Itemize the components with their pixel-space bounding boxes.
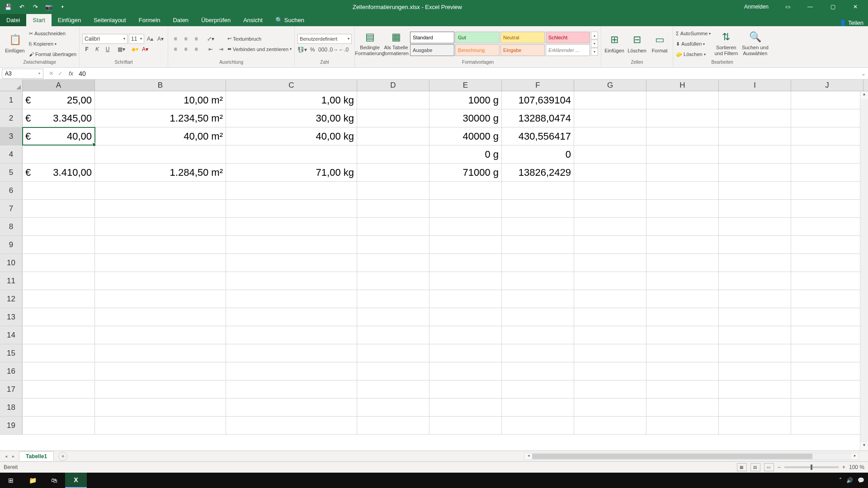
cell-C9[interactable]	[226, 236, 357, 253]
cell-C18[interactable]	[226, 399, 357, 416]
cell-I13[interactable]	[719, 308, 791, 326]
cell-H18[interactable]	[646, 399, 719, 416]
cell-A12[interactable]	[23, 290, 95, 308]
cell-J19[interactable]	[791, 417, 863, 434]
view-normal-icon[interactable]: ▦	[737, 463, 747, 471]
row-header-10[interactable]: 10	[0, 254, 23, 272]
cell-D19[interactable]	[357, 417, 429, 434]
align-left-icon[interactable]: ≡	[171, 45, 180, 54]
cell-D12[interactable]	[357, 290, 429, 308]
style-neutral[interactable]: Neutral	[500, 32, 545, 43]
tray-up-icon[interactable]: ˄	[839, 477, 842, 483]
border-button[interactable]: ▦▾	[117, 45, 126, 54]
excel-taskbar-icon[interactable]: X	[65, 473, 87, 488]
bold-button[interactable]: F	[82, 45, 91, 54]
cell-A18[interactable]	[23, 399, 95, 416]
tab-review[interactable]: Überprüfen	[195, 14, 237, 26]
cell-A16[interactable]	[23, 362, 95, 380]
explorer-icon[interactable]: 📁	[22, 473, 43, 488]
row-header-16[interactable]: 16	[0, 362, 23, 380]
align-bottom-icon[interactable]: ≡	[192, 34, 201, 43]
cell-E3[interactable]: 40000 g	[429, 127, 502, 145]
align-right-icon[interactable]: ≡	[192, 45, 201, 54]
cell-I8[interactable]	[719, 218, 791, 235]
zoom-in-icon[interactable]: +	[842, 464, 845, 470]
align-top-icon[interactable]: ≡	[171, 34, 180, 43]
close-icon[interactable]: ✕	[845, 0, 865, 13]
cell-B5[interactable]: 1.284,50 m²	[95, 164, 226, 181]
cell-D7[interactable]	[357, 200, 429, 217]
name-box[interactable]: A3▾	[2, 69, 43, 79]
cell-E9[interactable]	[429, 236, 502, 253]
cell-E12[interactable]	[429, 290, 502, 308]
cell-G17[interactable]	[574, 380, 646, 398]
sheet-tab[interactable]: Tabelle1	[19, 451, 54, 461]
style-bad[interactable]: Schlecht	[546, 32, 590, 43]
cell-H16[interactable]	[646, 362, 719, 380]
italic-button[interactable]: K	[93, 45, 102, 54]
cell-D8[interactable]	[357, 218, 429, 235]
autosum-button[interactable]: ΣAutoSumme▾	[676, 29, 711, 38]
row-header-18[interactable]: 18	[0, 399, 23, 416]
search-tab[interactable]: 🔍Suchen	[269, 14, 311, 26]
merge-button[interactable]: ⬌Verbinden und zentrieren▾	[227, 45, 292, 54]
cell-B3[interactable]: 40,00 m²	[95, 127, 226, 145]
cell-C2[interactable]: 30,00 kg	[226, 109, 357, 127]
cell-A17[interactable]	[23, 380, 95, 398]
row-header-7[interactable]: 7	[0, 200, 23, 217]
cell-I7[interactable]	[719, 200, 791, 217]
cell-D14[interactable]	[357, 326, 429, 344]
cell-F14[interactable]	[502, 326, 574, 344]
cell-A6[interactable]	[23, 182, 95, 199]
cell-J13[interactable]	[791, 308, 863, 326]
scroll-left-icon[interactable]: ◂	[525, 453, 532, 460]
cell-E16[interactable]	[429, 362, 502, 380]
hscroll-thumb[interactable]	[532, 454, 812, 459]
cell-C5[interactable]: 71,00 kg	[226, 164, 357, 181]
minimize-icon[interactable]: —	[800, 0, 820, 13]
cell-F18[interactable]	[502, 399, 574, 416]
cell-D1[interactable]	[357, 91, 429, 109]
cell-B2[interactable]: 1.234,50 m²	[95, 109, 226, 127]
cell-I15[interactable]	[719, 344, 791, 362]
cell-I17[interactable]	[719, 380, 791, 398]
cell-H3[interactable]	[646, 127, 719, 145]
orientation-icon[interactable]: ⤢▾	[206, 34, 215, 43]
cell-C10[interactable]	[226, 254, 357, 272]
cell-B16[interactable]	[95, 362, 226, 380]
cell-D16[interactable]	[357, 362, 429, 380]
cell-E17[interactable]	[429, 380, 502, 398]
cell-F4[interactable]: 0	[502, 145, 574, 163]
cell-I2[interactable]	[719, 109, 791, 127]
cell-B4[interactable]	[95, 145, 226, 163]
tab-home[interactable]: Start	[26, 14, 51, 26]
tab-data[interactable]: Daten	[166, 14, 195, 26]
cell-B15[interactable]	[95, 344, 226, 362]
col-header-G[interactable]: G	[574, 80, 646, 91]
cut-button[interactable]: ✂Ausschneiden	[29, 29, 76, 38]
cell-G4[interactable]	[574, 145, 646, 163]
cell-C12[interactable]	[226, 290, 357, 308]
tab-insert[interactable]: Einfügen	[52, 14, 87, 26]
cell-D9[interactable]	[357, 236, 429, 253]
vertical-scrollbar[interactable]: ▴ ▾	[860, 91, 868, 450]
cell-D17[interactable]	[357, 380, 429, 398]
row-header-15[interactable]: 15	[0, 344, 23, 362]
cell-E4[interactable]: 0 g	[429, 145, 502, 163]
cell-F7[interactable]	[502, 200, 574, 217]
style-input[interactable]: Eingabe	[500, 44, 545, 56]
cell-I16[interactable]	[719, 362, 791, 380]
underline-button[interactable]: U	[103, 45, 112, 54]
cell-G3[interactable]	[574, 127, 646, 145]
style-explain[interactable]: Erklärender ...	[546, 44, 590, 56]
cell-E15[interactable]	[429, 344, 502, 362]
cell-B10[interactable]	[95, 254, 226, 272]
volume-icon[interactable]: 🔊	[846, 477, 853, 483]
cell-E14[interactable]	[429, 326, 502, 344]
cell-J6[interactable]	[791, 182, 863, 199]
cell-B11[interactable]	[95, 272, 226, 290]
cancel-icon[interactable]: ✕	[47, 70, 55, 77]
cell-I11[interactable]	[719, 272, 791, 290]
comma-icon[interactable]: 000	[318, 45, 327, 54]
cell-G18[interactable]	[574, 399, 646, 416]
